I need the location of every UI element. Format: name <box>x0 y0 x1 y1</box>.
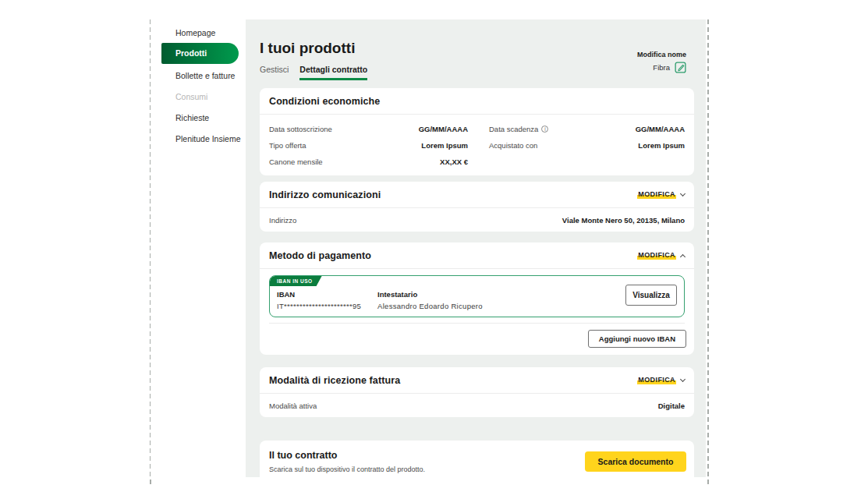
holder-value: Alessandro Edoardo Ricupero <box>377 302 483 310</box>
field-value: Lorem Ipsum <box>638 141 685 150</box>
tab-dettagli-contratto[interactable]: Dettagli contratto <box>299 65 367 80</box>
modify-name-label: Modifica nome <box>637 51 686 58</box>
field-value: Digitale <box>658 402 685 410</box>
visualizza-button[interactable]: Visualizza <box>625 285 677 306</box>
chevron-up-icon <box>680 253 686 259</box>
chevron-down-icon <box>680 377 686 382</box>
sidebar-item-consumi[interactable]: Consumi <box>175 92 207 101</box>
field-label: Acquistato con <box>489 141 537 150</box>
right-guide-dashed-line <box>707 19 709 484</box>
divider <box>269 323 685 324</box>
scarica-documento-button[interactable]: Scarica documento <box>585 451 686 472</box>
chevron-down-icon <box>680 191 686 196</box>
card-title: Metodo di pagamento <box>269 250 371 261</box>
iban-value: IT**********************95 <box>277 302 361 310</box>
field-value: GG/MM/AAAA <box>419 125 468 133</box>
card-title: Condizioni economiche <box>269 96 380 107</box>
card-indirizzo-comunicazioni: Indirizzo comunicazioni MODIFICA Indiriz… <box>260 182 694 232</box>
field-label: Data sottoscrizione <box>269 125 332 133</box>
sidebar-item-plenitude-insieme[interactable]: Plenitude Insieme <box>175 134 240 143</box>
info-icon[interactable]: i <box>541 126 548 133</box>
modifica-label: MODIFICA <box>637 376 676 384</box>
field-label: Tipo offerta <box>269 141 306 150</box>
card-title: Modalità di ricezione fattura <box>269 375 400 386</box>
field-label: Canone mensile <box>269 157 323 166</box>
field-label: Data scadenza <box>489 125 538 133</box>
tab-bar: Gestisci Dettagli contratto <box>260 65 367 80</box>
field-value: XX,XX € <box>440 157 468 166</box>
sidebar-item-bollette-e-fatture[interactable]: Bollette e fatture <box>175 71 235 80</box>
field-value: Viale Monte Nero 50, 20135, Milano <box>562 216 685 225</box>
econ-row-3: Canone mensile XX,XX € <box>269 154 685 170</box>
sidebar-item-homepage[interactable]: Homepage <box>175 28 215 37</box>
product-name: Fibra <box>653 63 670 72</box>
iban-label: IBAN <box>277 290 361 299</box>
iban-in-use-box: IBAN IN USO IBAN IT*********************… <box>269 275 685 317</box>
iban-in-uso-badge: IBAN IN USO <box>270 276 322 286</box>
card-title: Indirizzo comunicazioni <box>269 189 381 200</box>
card-il-tuo-contratto: Il tuo contratto Scarica sul tuo disposi… <box>260 441 694 477</box>
card-condizioni-economiche: Condizioni economiche Data sottoscrizion… <box>260 88 694 175</box>
aggiungi-nuovo-iban-button[interactable]: Aggiungi nuovo IBAN <box>588 330 686 348</box>
holder-field: Intestatario Alessandro Edoardo Ricupero <box>377 290 483 310</box>
field-value: GG/MM/AAAA <box>636 125 685 133</box>
tab-gestisci[interactable]: Gestisci <box>260 65 289 80</box>
modifica-payment-link[interactable]: MODIFICA <box>637 251 685 260</box>
sidebar-item-prodotti[interactable]: Prodotti <box>161 43 239 64</box>
page-canvas: Homepage Prodotti Bollette e fatture Con… <box>0 0 868 499</box>
modifica-billing-link[interactable]: MODIFICA <box>637 376 685 384</box>
field-label: Indirizzo <box>269 216 296 225</box>
card-metodo-di-pagamento: Metodo di pagamento MODIFICA IBAN IN USO… <box>260 242 694 355</box>
page-title: I tuoi prodotti <box>260 40 355 57</box>
sidebar-item-richieste[interactable]: Richieste <box>175 113 209 122</box>
product-name-block: Modifica nome Fibra <box>637 51 686 73</box>
modifica-label: MODIFICA <box>637 190 676 199</box>
iban-field: IBAN IT**********************95 <box>277 290 361 310</box>
econ-row-2: Tipo offerta Lorem Ipsum Acquistato con … <box>269 137 685 154</box>
sidebar: Homepage Prodotti Bollette e fatture Con… <box>151 19 246 480</box>
modifica-address-link[interactable]: MODIFICA <box>637 190 685 199</box>
edit-pencil-icon[interactable] <box>675 62 686 73</box>
econ-row-1: Data sottoscrizione GG/MM/AAAA Data scad… <box>269 121 685 137</box>
field-label: Modalità attiva <box>269 402 317 410</box>
main-content: I tuoi prodotti Modifica nome Fibra Gest… <box>246 19 706 477</box>
modifica-label: MODIFICA <box>637 251 676 260</box>
field-value: Lorem Ipsum <box>421 141 468 150</box>
billing-row: Modalità attiva Digitale <box>260 394 694 417</box>
card-modalita-ricezione-fattura: Modalità di ricezione fattura MODIFICA M… <box>260 367 694 417</box>
holder-label: Intestatario <box>377 290 483 299</box>
address-row: Indirizzo Viale Monte Nero 50, 20135, Mi… <box>260 208 694 232</box>
